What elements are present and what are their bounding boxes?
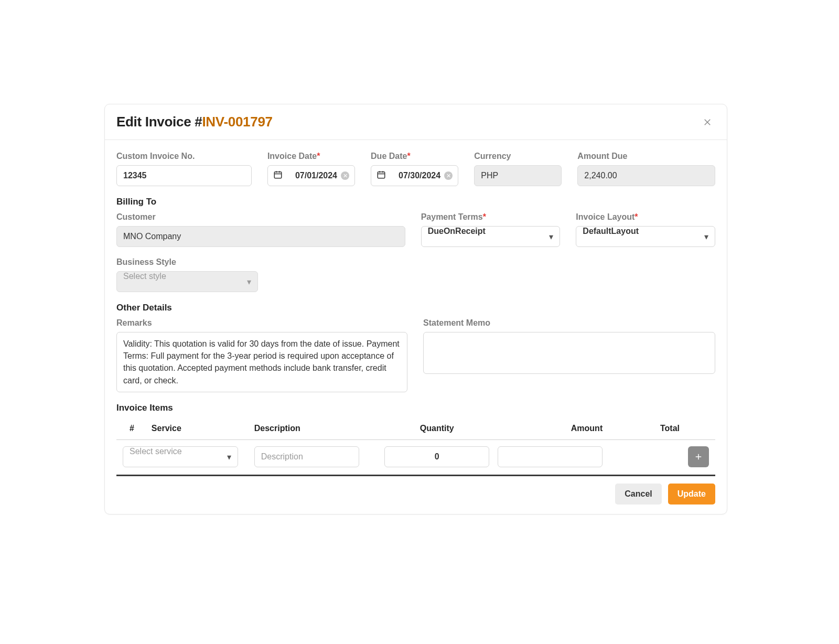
cancel-button[interactable]: Cancel bbox=[615, 484, 661, 505]
billing-to-heading: Billing To bbox=[116, 197, 715, 207]
custom-invoice-no-label: Custom Invoice No. bbox=[116, 152, 252, 161]
service-select[interactable]: Select service ▾ bbox=[123, 446, 238, 467]
remarks-field: Remarks Validity: This quotation is vali… bbox=[116, 318, 407, 392]
add-item-button[interactable] bbox=[688, 446, 709, 467]
statement-memo-label: Statement Memo bbox=[423, 318, 715, 328]
svg-rect-6 bbox=[378, 172, 385, 178]
description-input[interactable] bbox=[254, 446, 359, 467]
customer-label: Customer bbox=[116, 212, 405, 222]
customer-field: Customer MNO Company bbox=[116, 212, 405, 247]
invoice-date-input[interactable] bbox=[274, 166, 348, 186]
col-amount: Amount bbox=[493, 418, 607, 440]
invoice-date-label: Invoice Date* bbox=[267, 152, 355, 161]
amount-due-field: Amount Due 2,240.00 bbox=[577, 152, 715, 186]
update-button[interactable]: Update bbox=[668, 484, 715, 505]
invoice-date-input-wrap[interactable]: ✕ bbox=[267, 165, 355, 186]
payment-terms-field: Payment Terms* DueOnReceipt ▾ bbox=[421, 212, 561, 247]
customer-value: MNO Company bbox=[116, 226, 405, 247]
clear-icon[interactable]: ✕ bbox=[341, 171, 349, 180]
title-prefix: Edit Invoice # bbox=[116, 114, 202, 130]
business-style-placeholder: Select style bbox=[123, 272, 251, 292]
service-placeholder: Select service bbox=[130, 447, 231, 467]
clear-icon[interactable]: ✕ bbox=[444, 171, 453, 180]
calendar-icon bbox=[273, 170, 283, 181]
invoice-layout-value: DefaultLayout bbox=[583, 227, 708, 246]
invoice-date-field: Invoice Date* ✕ bbox=[267, 152, 355, 186]
payment-terms-value: DueOnReceipt bbox=[428, 227, 554, 246]
business-style-label: Business Style bbox=[116, 257, 258, 267]
business-style-field: Business Style Select style ▾ bbox=[116, 257, 258, 292]
due-date-field: Due Date* ✕ bbox=[371, 152, 458, 186]
quantity-input[interactable] bbox=[384, 446, 489, 467]
payment-terms-select[interactable]: DueOnReceipt ▾ bbox=[421, 226, 561, 247]
col-quantity: Quantity bbox=[380, 418, 493, 440]
modal-title: Edit Invoice #INV-001797 bbox=[116, 114, 273, 130]
amount-due-value: 2,240.00 bbox=[577, 165, 715, 186]
modal-header: Edit Invoice #INV-001797 bbox=[105, 104, 727, 140]
remarks-label: Remarks bbox=[116, 318, 407, 328]
col-service: Service bbox=[147, 418, 250, 440]
invoice-items-heading: Invoice Items bbox=[116, 403, 715, 413]
due-date-input-wrap[interactable]: ✕ bbox=[371, 165, 458, 186]
close-button[interactable] bbox=[700, 114, 715, 130]
col-index: # bbox=[116, 418, 147, 440]
table-header-row: # Service Description Quantity Amount To… bbox=[116, 418, 715, 440]
close-icon bbox=[703, 117, 712, 127]
modal-footer: Cancel Update bbox=[105, 476, 727, 514]
statement-memo-textarea[interactable] bbox=[423, 332, 715, 374]
business-style-select[interactable]: Select style ▾ bbox=[116, 271, 258, 292]
custom-invoice-no-field: Custom Invoice No. bbox=[116, 152, 252, 186]
col-total: Total bbox=[607, 418, 684, 440]
currency-field: Currency PHP bbox=[474, 152, 562, 186]
due-date-input[interactable] bbox=[378, 166, 451, 186]
plus-icon bbox=[694, 452, 703, 461]
due-date-label: Due Date* bbox=[371, 152, 458, 161]
table-row: Select service ▾ bbox=[116, 439, 715, 475]
remarks-textarea[interactable]: Validity: This quotation is valid for 30… bbox=[116, 332, 407, 392]
amount-due-label: Amount Due bbox=[577, 152, 715, 161]
invoice-layout-label: Invoice Layout* bbox=[576, 212, 715, 222]
amount-input[interactable] bbox=[498, 446, 603, 467]
payment-terms-label: Payment Terms* bbox=[421, 212, 561, 222]
currency-label: Currency bbox=[474, 152, 562, 161]
invoice-layout-field: Invoice Layout* DefaultLayout ▾ bbox=[576, 212, 715, 247]
statement-memo-field: Statement Memo bbox=[423, 318, 715, 374]
calendar-icon bbox=[377, 170, 386, 181]
invoice-number: INV-001797 bbox=[202, 114, 272, 130]
custom-invoice-no-input[interactable] bbox=[123, 166, 245, 186]
invoice-layout-select[interactable]: DefaultLayout ▾ bbox=[576, 226, 715, 247]
invoice-items-table: # Service Description Quantity Amount To… bbox=[116, 418, 715, 476]
currency-value: PHP bbox=[474, 165, 562, 186]
edit-invoice-modal: Edit Invoice #INV-001797 Custom Invoice … bbox=[104, 104, 727, 514]
custom-invoice-no-input-wrap bbox=[116, 165, 252, 186]
row-total bbox=[607, 439, 684, 475]
other-details-heading: Other Details bbox=[116, 303, 715, 313]
svg-rect-2 bbox=[274, 172, 282, 178]
col-description: Description bbox=[250, 418, 380, 440]
